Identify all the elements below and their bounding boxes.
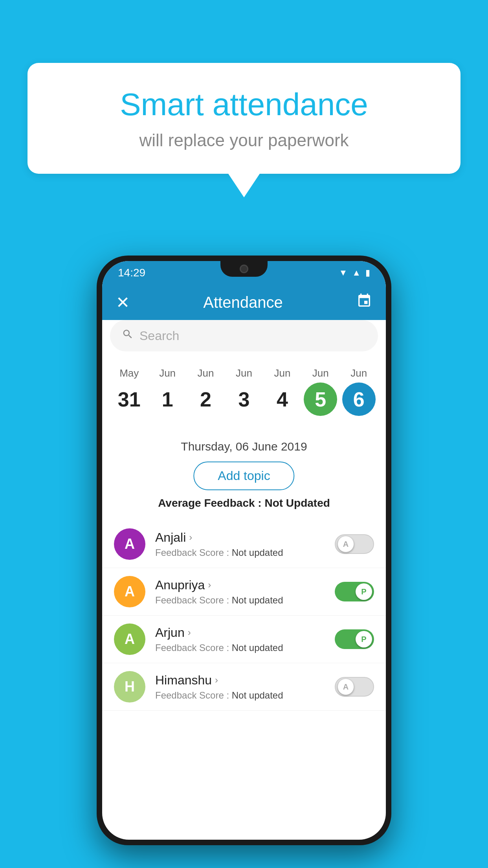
student-avatar-1: A <box>114 576 145 607</box>
student-avatar-0: A <box>114 528 145 560</box>
toggle-knob-1: P <box>356 583 372 600</box>
calendar-row: May31Jun1Jun2Jun3Jun4Jun5Jun6 <box>102 361 386 416</box>
student-list: AAnjali ›Feedback Score : Not updatedAAA… <box>102 520 386 840</box>
app-bar: ✕ Attendance <box>102 285 386 320</box>
cal-month: May <box>119 367 139 379</box>
student-name-1: Anupriya › <box>155 578 325 592</box>
toggle-3[interactable]: A <box>335 677 374 697</box>
student-item-3[interactable]: HHimanshu ›Feedback Score : Not updatedA <box>102 663 386 711</box>
phone-frame: 14:29 ▼ ▲ ▮ ✕ Attendance <box>97 256 391 845</box>
notch <box>220 261 268 277</box>
student-item-1[interactable]: AAnupriya ›Feedback Score : Not updatedP <box>102 568 386 616</box>
toggle-knob-0: A <box>338 536 354 552</box>
battery-icon: ▮ <box>365 268 370 278</box>
calendar-day-6[interactable]: Jun6 <box>342 367 376 416</box>
avg-feedback-value: Not Updated <box>264 497 330 509</box>
student-avatar-2: A <box>114 623 145 655</box>
student-item-0[interactable]: AAnjali ›Feedback Score : Not updatedA <box>102 520 386 568</box>
student-feedback-0: Feedback Score : Not updated <box>155 547 325 558</box>
signal-icon: ▲ <box>352 268 361 278</box>
student-info-1: Anupriya ›Feedback Score : Not updated <box>155 578 325 606</box>
search-icon <box>122 328 134 343</box>
chevron-icon: › <box>208 579 211 590</box>
calendar-icon[interactable] <box>356 293 372 312</box>
calendar-day-0[interactable]: May31 <box>112 367 146 416</box>
cal-month: Jun <box>350 367 367 379</box>
avg-feedback: Average Feedback : Not Updated <box>102 497 386 509</box>
cal-date: 31 <box>112 383 146 416</box>
toggle-1[interactable]: P <box>335 582 374 601</box>
close-button[interactable]: ✕ <box>116 293 130 312</box>
bubble-title: Smart attendance <box>59 86 429 123</box>
calendar-day-5[interactable]: Jun5 <box>304 367 337 416</box>
cal-month: Jun <box>274 367 290 379</box>
search-placeholder: Search <box>139 329 179 343</box>
student-avatar-3: H <box>114 671 145 702</box>
phone-screen: 14:29 ▼ ▲ ▮ ✕ Attendance <box>102 261 386 840</box>
student-info-2: Arjun ›Feedback Score : Not updated <box>155 625 325 653</box>
chevron-icon: › <box>189 532 192 543</box>
calendar-day-3[interactable]: Jun3 <box>227 367 261 416</box>
wifi-icon: ▼ <box>339 268 347 278</box>
chevron-icon: › <box>215 675 218 686</box>
cal-date: 6 <box>342 383 376 416</box>
status-icons: ▼ ▲ ▮ <box>339 268 370 278</box>
toggle-knob-3: A <box>338 679 354 695</box>
search-bar[interactable]: Search <box>110 320 378 351</box>
student-feedback-3: Feedback Score : Not updated <box>155 690 325 701</box>
speech-bubble: Smart attendance will replace your paper… <box>28 63 460 174</box>
student-info-0: Anjali ›Feedback Score : Not updated <box>155 530 325 558</box>
cal-date: 5 <box>304 383 337 416</box>
cal-date: 3 <box>227 383 261 416</box>
toggle-0[interactable]: A <box>335 534 374 554</box>
toggle-2[interactable]: P <box>335 629 374 649</box>
cal-date: 2 <box>189 383 222 416</box>
phone-container: 14:29 ▼ ▲ ▮ ✕ Attendance <box>97 256 391 845</box>
selected-date-label: Thursday, 06 June 2019 <box>102 440 386 453</box>
status-time: 14:29 <box>118 267 145 279</box>
calendar-day-2[interactable]: Jun2 <box>189 367 222 416</box>
speech-bubble-container: Smart attendance will replace your paper… <box>28 63 460 197</box>
chevron-icon: › <box>188 627 191 638</box>
add-topic-button[interactable]: Add topic <box>193 462 294 490</box>
avg-feedback-label: Average Feedback : <box>158 497 264 509</box>
toggle-knob-2: P <box>356 631 372 647</box>
student-name-2: Arjun › <box>155 625 325 640</box>
bubble-subtitle: will replace your paperwork <box>59 131 429 150</box>
student-feedback-2: Feedback Score : Not updated <box>155 642 325 653</box>
student-info-3: Himanshu ›Feedback Score : Not updated <box>155 673 325 701</box>
cal-date: 4 <box>266 383 299 416</box>
speech-bubble-tail <box>228 174 260 197</box>
cal-month: Jun <box>198 367 214 379</box>
student-name-0: Anjali › <box>155 530 325 545</box>
student-feedback-1: Feedback Score : Not updated <box>155 595 325 606</box>
cal-month: Jun <box>236 367 252 379</box>
calendar-day-1[interactable]: Jun1 <box>151 367 184 416</box>
cal-month: Jun <box>312 367 329 379</box>
calendar-day-4[interactable]: Jun4 <box>266 367 299 416</box>
cal-month: Jun <box>159 367 176 379</box>
cal-date: 1 <box>151 383 184 416</box>
student-item-2[interactable]: AArjun ›Feedback Score : Not updatedP <box>102 616 386 663</box>
app-bar-title: Attendance <box>203 294 283 311</box>
student-name-3: Himanshu › <box>155 673 325 688</box>
front-camera <box>240 265 248 273</box>
